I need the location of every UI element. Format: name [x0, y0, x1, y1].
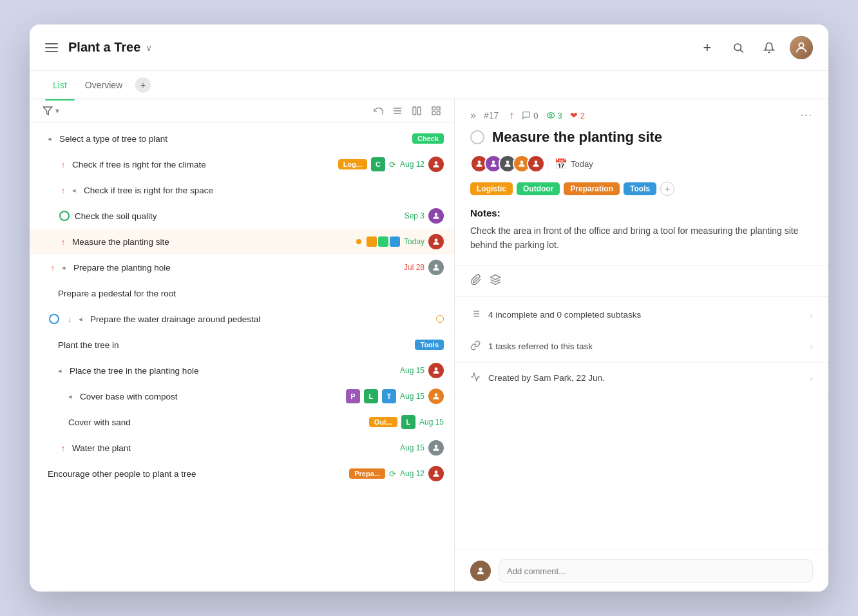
- svg-point-15: [435, 238, 438, 242]
- tag-outdoor[interactable]: Outdoor: [517, 182, 560, 195]
- task-avatar: [428, 234, 444, 249]
- task-row[interactable]: Encourage other people to plant a tree P…: [30, 461, 454, 486]
- task-row[interactable]: ◂ Cover base with compost P L T Aug 15: [30, 383, 454, 409]
- collapse-icon[interactable]: ◂: [58, 367, 67, 375]
- detail-nav-button[interactable]: »: [470, 110, 476, 121]
- task-tag[interactable]: Tools: [415, 340, 444, 350]
- attach-other-icon[interactable]: [490, 274, 501, 289]
- notes-section: Notes: Check the area in front of the of…: [455, 207, 828, 263]
- project-dropdown-icon[interactable]: ∨: [146, 43, 152, 53]
- task-name: Prepare the planting hole: [73, 263, 399, 273]
- empty-circle-indicator: [436, 315, 444, 323]
- task-row[interactable]: ◂ Select a type of tree to plant Check: [30, 126, 454, 151]
- task-row[interactable]: ◂ Place the tree in the planting hole Au…: [30, 358, 454, 383]
- list-view-button[interactable]: [392, 106, 403, 116]
- collapse-icon[interactable]: ◂: [48, 135, 57, 143]
- svg-line-1: [740, 50, 743, 52]
- attach-file-icon[interactable]: [470, 274, 482, 289]
- assignee-avatar[interactable]: [527, 155, 545, 173]
- task-row[interactable]: ↓ ◂ Prepare the water drainage around pe…: [30, 306, 454, 332]
- task-tag-letter[interactable]: C: [371, 157, 385, 171]
- svg-point-35: [479, 568, 482, 571]
- add-button[interactable]: +: [697, 37, 718, 58]
- more-options-button[interactable]: ···: [801, 110, 813, 121]
- tabs-bar: List Overview +: [30, 71, 828, 99]
- comment-input[interactable]: [499, 559, 813, 582]
- search-button[interactable]: [728, 37, 748, 58]
- task-row-right: Today +: [367, 234, 444, 249]
- task-row[interactable]: Prepare a pedestal for the root: [30, 280, 454, 306]
- tab-overview[interactable]: Overview: [77, 75, 130, 95]
- circle-status: [59, 211, 70, 221]
- task-row[interactable]: ↑ Water the plant Aug 15: [30, 435, 454, 461]
- task-list-scroll[interactable]: ◂ Select a type of tree to plant Check ↑…: [30, 123, 454, 592]
- referred-tasks-row[interactable]: 1 tasks referred to this task ›: [455, 331, 828, 363]
- undo-button[interactable]: [373, 106, 383, 116]
- task-tag-letter[interactable]: T: [382, 389, 396, 403]
- notifications-button[interactable]: [759, 37, 779, 58]
- task-tag-letter[interactable]: P: [346, 389, 360, 403]
- tag-logistic[interactable]: Logistic: [470, 182, 513, 195]
- subtasks-chevron-icon: ›: [810, 310, 813, 320]
- task-tag-letter[interactable]: L: [364, 389, 378, 403]
- task-row[interactable]: ↑ Check if tree is right for the climate…: [30, 151, 454, 177]
- collapse-icon[interactable]: ◂: [62, 264, 71, 272]
- task-tag-letter[interactable]: L: [401, 415, 415, 429]
- subtasks-text: 4 incomplete and 0 completed subtasks: [488, 310, 810, 320]
- filter-button[interactable]: ▾: [43, 106, 59, 116]
- menu-button[interactable]: [45, 43, 58, 52]
- task-avatar: [428, 440, 444, 456]
- task-tag[interactable]: Check: [412, 133, 444, 144]
- subtasks-info-row[interactable]: 4 incomplete and 0 completed subtasks ›: [455, 300, 828, 331]
- task-row[interactable]: Check the soil quality Sep 3: [30, 203, 454, 229]
- due-date-chip[interactable]: 📅 Today: [555, 158, 593, 170]
- task-row[interactable]: Cover with sand Out... L Aug 15: [30, 409, 454, 435]
- task-date: Aug 15: [400, 366, 424, 375]
- comment-avatar: [470, 561, 491, 581]
- svg-rect-11: [432, 111, 435, 115]
- created-info-row[interactable]: Created by Sam Park, 22 Jun. ›: [455, 363, 828, 394]
- task-row[interactable]: ↑ ◂ Check if tree is right for the space: [30, 177, 454, 203]
- task-tag[interactable]: Log...: [338, 159, 367, 169]
- task-name: Measure the planting site: [72, 237, 354, 247]
- task-row[interactable]: Plant the tree in Tools: [30, 332, 454, 358]
- task-name: Prepare a pedestal for the root: [58, 289, 444, 298]
- svg-rect-10: [437, 107, 440, 110]
- task-name: Encourage other people to plant a tree: [48, 469, 344, 479]
- collapse-icon[interactable]: ◂: [68, 392, 77, 401]
- tag-tools[interactable]: Tools: [624, 182, 656, 195]
- svg-point-18: [435, 264, 438, 267]
- svg-point-24: [478, 160, 481, 164]
- grid-view-button[interactable]: [431, 106, 441, 116]
- collapse-icon[interactable]: ◂: [79, 315, 88, 323]
- task-number: #17: [484, 110, 499, 120]
- tab-add-button[interactable]: +: [135, 77, 151, 93]
- task-row[interactable]: ↑ ◂ Prepare the planting hole Jul 28: [30, 255, 454, 280]
- task-date: Aug 15: [400, 443, 424, 452]
- task-tag[interactable]: Prepa...: [349, 468, 385, 479]
- svg-point-28: [535, 160, 538, 164]
- add-tag-button[interactable]: +: [660, 182, 674, 196]
- task-row-right: Prepa... ⟳ Aug 12: [349, 466, 444, 481]
- tag-preparation[interactable]: Preparation: [564, 182, 620, 195]
- svg-rect-12: [437, 111, 440, 115]
- task-complete-checkbox[interactable]: [470, 130, 484, 144]
- collapse-icon[interactable]: ◂: [72, 186, 81, 195]
- project-title-area: Plant a Tree ∨: [68, 40, 697, 55]
- task-name: Water the plant: [72, 443, 395, 453]
- tab-list[interactable]: List: [45, 75, 75, 95]
- svg-marker-3: [43, 107, 52, 115]
- columns-view-button[interactable]: [412, 106, 422, 116]
- sync-icon: ⟳: [389, 160, 396, 169]
- task-row-highlighted[interactable]: ↑ Measure the planting site Today: [30, 229, 454, 255]
- priority-icon: ↑: [58, 443, 68, 453]
- task-tag[interactable]: Out...: [369, 417, 397, 427]
- likes-count: 2: [580, 111, 585, 120]
- task-name: Place the tree in the planting hole: [70, 366, 395, 376]
- svg-point-22: [435, 470, 438, 474]
- watchers-stat: 3: [546, 111, 562, 120]
- priority-icon: ↑: [58, 160, 68, 169]
- svg-point-14: [435, 213, 438, 216]
- likes-stat: ❤ 2: [570, 110, 585, 120]
- user-avatar[interactable]: [790, 36, 813, 59]
